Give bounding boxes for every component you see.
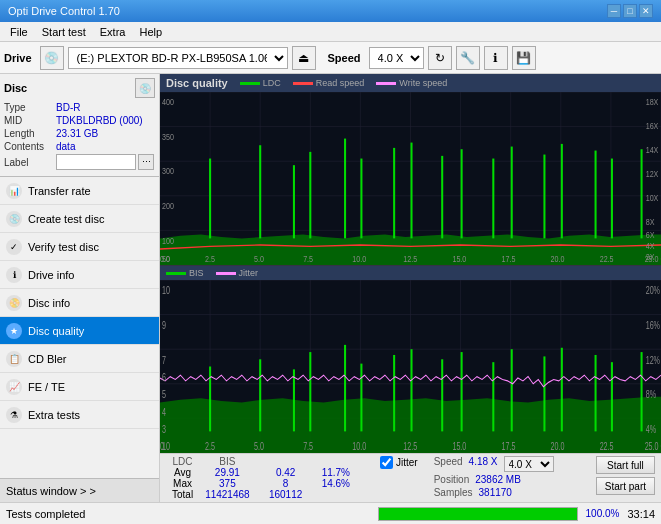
svg-rect-19 [293,165,295,238]
speed-position-section: Speed 4.18 X 4.0 X Position 23862 MB Sam… [434,456,554,498]
svg-text:9: 9 [162,320,166,332]
svg-rect-28 [511,147,513,239]
minimize-button[interactable]: ─ [607,4,621,18]
svg-text:6: 6 [162,372,166,384]
speed-select[interactable]: 4.0 X [369,47,424,69]
nav-extra-tests[interactable]: ⚗ Extra tests [0,401,159,429]
svg-text:10.0: 10.0 [352,441,366,453]
svg-text:4%: 4% [646,424,657,436]
drive-icon-btn[interactable]: 💿 [40,46,64,70]
stats-col-ldc: LDC [166,456,199,467]
svg-text:20%: 20% [646,285,660,297]
menu-file[interactable]: File [4,24,34,40]
svg-text:7: 7 [162,354,166,366]
stats-max-bis: 8 [256,478,316,489]
svg-text:20.0: 20.0 [551,441,565,453]
svg-rect-80 [344,345,346,432]
svg-text:300: 300 [162,166,174,177]
speed-icon-btn[interactable]: ↻ [428,46,452,70]
start-full-button[interactable]: Start full [596,456,655,474]
nav-disc-info[interactable]: 📀 Disc info [0,289,159,317]
title-bar-buttons: ─ □ ✕ [607,4,653,18]
disc-contents-label: Contents [4,141,56,152]
eject-button[interactable]: ⏏ [292,46,316,70]
samples-value: 381170 [479,487,512,498]
status-window-button[interactable]: Status window > > [0,478,159,502]
svg-text:15.0: 15.0 [452,441,466,453]
svg-rect-77 [259,359,261,431]
start-part-button[interactable]: Start part [596,477,655,495]
top-chart-svg: 400 350 300 200 100 50 18X 16X 14X 12X 1… [160,92,661,265]
svg-text:8X: 8X [646,216,655,227]
svg-rect-25 [441,156,443,239]
legend-bis: BIS [166,268,204,278]
app-title: Opti Drive Control 1.70 [8,5,120,17]
chart-title: Disc quality [166,77,228,89]
close-button[interactable]: ✕ [639,4,653,18]
legend-ldc: LDC [240,78,281,88]
svg-text:22.5: 22.5 [600,441,614,453]
menu-start-test[interactable]: Start test [36,24,92,40]
legend-write-speed: Write speed [376,78,447,88]
speed-label: Speed [328,52,361,64]
stats-footer: LDC BIS Avg 29.91 0.42 11.7% [160,453,661,502]
disc-icon-button[interactable]: 💿 [135,78,155,98]
svg-text:25.0 GB: 25.0 GB [645,441,661,453]
svg-rect-17 [209,159,211,239]
svg-text:16X: 16X [646,120,659,131]
svg-text:20.0: 20.0 [551,253,565,264]
stats-avg-bis: 0.42 [256,467,316,478]
sidebar: Disc 💿 Type BD-R MID TDKBLDRBD (000) Len… [0,74,160,502]
info-btn[interactable]: ℹ [484,46,508,70]
svg-text:4: 4 [162,406,166,418]
maximize-button[interactable]: □ [623,4,637,18]
samples-row: Samples 381170 [434,487,554,498]
nav-cd-bler[interactable]: 📋 CD Bler [0,345,159,373]
verify-test-disc-icon: ✓ [6,239,22,255]
svg-text:2.5: 2.5 [205,253,215,264]
stats-total-bis: 160112 [256,489,316,500]
svg-text:400: 400 [162,96,174,107]
svg-text:15.0: 15.0 [452,253,466,264]
drive-select[interactable]: (E:) PLEXTOR BD-R PX-LB950SA 1.06 [68,47,288,69]
svg-rect-20 [309,152,311,239]
svg-text:100: 100 [162,235,174,246]
position-label: Position [434,474,470,485]
progress-percent: 100.0% [586,508,620,519]
drive-label: Drive [4,52,32,64]
svg-text:12%: 12% [646,354,660,366]
jitter-checkbox[interactable] [380,456,393,469]
svg-rect-88 [543,356,545,431]
nav-create-test-disc[interactable]: 💿 Create test disc [0,205,159,233]
stats-col-jitter-h [316,456,356,467]
nav-disc-quality[interactable]: ★ Disc quality [0,317,159,345]
disc-mid-value: TDKBLDRBD (000) [56,115,143,126]
svg-text:5.0: 5.0 [254,441,264,453]
svg-rect-79 [309,352,311,431]
stats-avg-label: Avg [166,467,199,478]
menu-extra[interactable]: Extra [94,24,132,40]
disc-mid-label: MID [4,115,56,126]
disc-length-row: Length 23.31 GB [4,128,155,139]
legend-jitter: Jitter [216,268,259,278]
nav-transfer-rate[interactable]: 📊 Transfer rate [0,177,159,205]
label-browse-button[interactable]: ⋯ [138,154,154,170]
nav-verify-test-disc[interactable]: ✓ Verify test disc [0,233,159,261]
stats-total-ldc: 11421468 [199,489,256,500]
disc-panel: Disc 💿 Type BD-R MID TDKBLDRBD (000) Len… [0,74,159,177]
svg-text:0.0: 0.0 [160,253,170,264]
nav-fe-te[interactable]: 📈 FE / TE [0,373,159,401]
speed-dropdown[interactable]: 4.0 X [504,456,554,472]
save-btn[interactable]: 💾 [512,46,536,70]
disc-label-row: Label ⋯ [4,154,155,170]
svg-text:12.5: 12.5 [403,441,417,453]
svg-text:0.0: 0.0 [160,441,170,453]
disc-label-input[interactable] [56,154,136,170]
menu-help[interactable]: Help [133,24,168,40]
svg-text:12.5: 12.5 [403,253,417,264]
svg-rect-22 [360,159,362,239]
settings-btn[interactable]: 🔧 [456,46,480,70]
disc-header: Disc 💿 [4,78,155,98]
stats-avg-ldc: 29.91 [199,467,256,478]
nav-drive-info[interactable]: ℹ Drive info [0,261,159,289]
